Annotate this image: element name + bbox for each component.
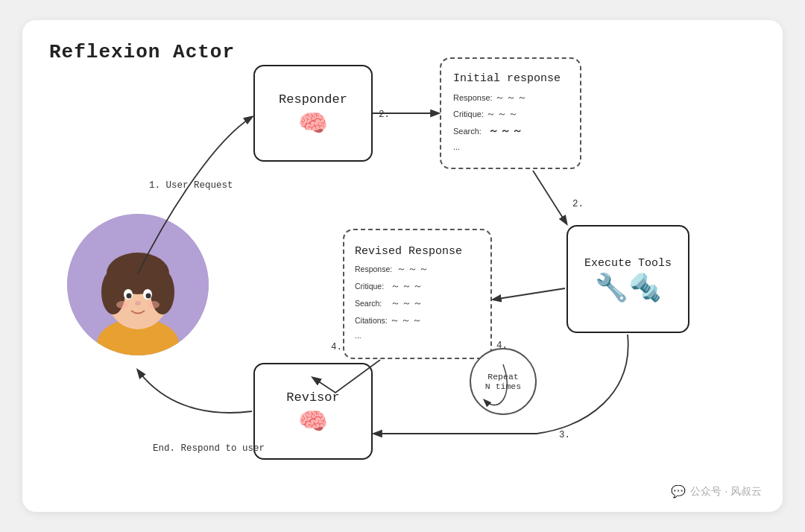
page-title: Reflexion Actor	[49, 41, 235, 63]
initial-response-content: Response: ～～～ Critique: ～～～ Search: ～～～ …	[453, 89, 528, 154]
execute-tools-box: Execute Tools 🔧🔩	[566, 225, 689, 333]
avatar-svg	[67, 214, 209, 355]
svg-line-15	[533, 171, 566, 224]
arrow4-right-label: 4.	[496, 341, 508, 351]
repeat-line1: Repeat	[487, 372, 518, 381]
arrow2-right-label: 2.	[572, 199, 584, 209]
revisor-box: Revisor 🧠	[253, 363, 373, 460]
repeat-circle: Repeat N times	[470, 348, 537, 415]
revised-response-content: Response: ～～～ Critique: ～～～ Search: ～～～ …	[355, 261, 430, 342]
responder-brain-icon: 🧠	[298, 111, 328, 135]
watermark: 💬 公众号 · 风叔云	[671, 484, 762, 498]
tools-icon: 🔧🔩	[595, 274, 662, 301]
svg-point-11	[135, 301, 141, 305]
end-label: End. Respond to user	[153, 443, 265, 454]
revised-response-label: Revised Response	[355, 245, 462, 258]
svg-point-10	[146, 294, 151, 299]
main-card: Reflexion Actor Responder 🧠 Initial resp…	[22, 20, 783, 512]
responder-label: Responder	[279, 92, 347, 107]
user-request-label: 1. User Request	[149, 180, 233, 191]
arrow2-top-label: 2.	[379, 110, 390, 120]
arrow4-left-label: 4.	[331, 342, 342, 352]
initial-response-box: Initial response Response: ～～～ Critique:…	[440, 57, 581, 169]
svg-line-16	[493, 288, 565, 300]
execute-tools-label: Execute Tools	[584, 257, 672, 270]
initial-response-label: Initial response	[453, 72, 561, 85]
revisor-brain-icon: 🧠	[298, 409, 328, 433]
watermark-text: 公众号 · 风叔云	[690, 485, 762, 498]
user-avatar	[67, 214, 209, 355]
revised-response-box: Revised Response Response: ～～～ Critique:…	[343, 229, 492, 359]
wechat-icon: 💬	[671, 484, 686, 498]
svg-point-9	[127, 294, 132, 299]
repeat-line2: N times	[485, 381, 521, 391]
svg-point-12	[116, 301, 128, 308]
responder-box: Responder 🧠	[253, 65, 373, 162]
revisor-label: Revisor	[286, 390, 339, 405]
svg-point-13	[148, 301, 160, 308]
arrow3-label: 3.	[559, 430, 570, 440]
